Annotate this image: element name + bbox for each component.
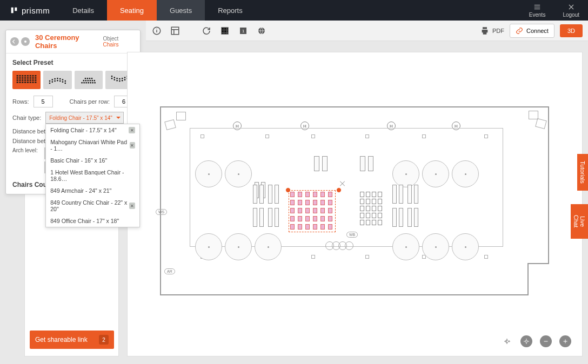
floorplan[interactable]: H H H H	[160, 106, 549, 295]
svg-rect-8	[22, 75, 23, 76]
chairs-link[interactable]: Chairs	[103, 42, 118, 48]
dropdown-option[interactable]: 1 Hotel West Banquet Chair - 18.6…	[46, 166, 139, 185]
dropdown-option[interactable]: Mahogany Chiavari White Pad - 1…✕	[46, 136, 139, 154]
share-label: Get shareable link	[35, 336, 88, 343]
floor-icon[interactable]: 1	[238, 25, 249, 36]
refresh-icon[interactable]	[201, 25, 212, 36]
logout-button[interactable]: Logout	[554, 0, 588, 21]
wb-label: WB	[346, 232, 358, 238]
close-icon	[567, 3, 576, 11]
furniture[interactable]	[275, 208, 279, 227]
selection-handle[interactable]	[285, 187, 291, 193]
inner-room	[190, 128, 503, 247]
furniture[interactable]	[360, 156, 365, 171]
canvas[interactable]: H H H H	[127, 52, 583, 356]
tutorials-tab[interactable]: Tutorials	[577, 154, 588, 191]
tab-reports[interactable]: Reports	[205, 0, 256, 21]
pdf-button[interactable]: PDF	[480, 26, 504, 35]
furniture[interactable]	[407, 208, 412, 227]
furniture[interactable]	[392, 185, 397, 204]
grid-icon[interactable]	[219, 25, 230, 36]
rows-input[interactable]	[34, 96, 53, 107]
round-table[interactable]	[195, 233, 222, 260]
furniture[interactable]	[399, 208, 403, 227]
preset-grid[interactable]	[12, 71, 41, 89]
chair-group[interactable]	[360, 192, 382, 225]
tab-details[interactable]: Details	[59, 0, 107, 21]
furniture[interactable]	[314, 156, 319, 171]
menu-icon	[533, 3, 542, 11]
round-table[interactable]	[392, 233, 419, 260]
furniture[interactable]	[399, 185, 403, 204]
speaker-icon	[176, 112, 186, 120]
dropdown-option[interactable]: 849 Country Chic Chair - 22" x 20"✕	[46, 197, 139, 215]
furniture[interactable]	[253, 208, 257, 227]
ring-group[interactable]	[328, 241, 353, 250]
furniture[interactable]	[392, 208, 397, 227]
tab-seating[interactable]: Seating	[107, 0, 157, 21]
layout-icon[interactable]	[170, 25, 181, 36]
3d-button[interactable]: 3D	[560, 24, 583, 37]
furniture[interactable]	[253, 185, 257, 204]
furniture[interactable]	[259, 185, 264, 204]
furniture[interactable]	[414, 208, 418, 227]
round-table[interactable]	[225, 160, 252, 187]
info-icon[interactable]	[151, 25, 162, 36]
preset-arc-down[interactable]	[43, 71, 71, 89]
round-table[interactable]	[422, 233, 449, 260]
svg-rect-70	[113, 79, 115, 80]
nav-back-button[interactable]	[10, 37, 19, 46]
zoom-in-button[interactable]	[559, 335, 571, 347]
live-chat-tab[interactable]: Live Chat	[571, 204, 588, 239]
connect-button[interactable]: Connect	[510, 24, 554, 38]
globe-icon[interactable]	[256, 25, 267, 36]
svg-rect-74	[124, 79, 125, 80]
svg-rect-46	[52, 81, 53, 82]
share-link-button[interactable]: Get shareable link 2	[30, 331, 114, 349]
center-tool[interactable]	[520, 335, 532, 347]
selection-handle[interactable]	[336, 187, 342, 193]
pan-tool[interactable]	[501, 335, 513, 347]
preset-cluster[interactable]	[75, 71, 103, 89]
svg-rect-17	[24, 77, 26, 78]
round-table[interactable]	[255, 233, 282, 260]
furniture[interactable]	[407, 185, 412, 204]
furniture[interactable]	[414, 185, 418, 204]
round-table[interactable]	[452, 160, 479, 187]
nav-home-button[interactable]	[21, 37, 30, 46]
selected-chair-group[interactable]	[289, 190, 336, 232]
tab-guests[interactable]: Guests	[157, 0, 205, 21]
svg-rect-37	[35, 82, 36, 83]
round-table[interactable]	[392, 160, 419, 187]
svg-rect-34	[27, 82, 29, 83]
furniture[interactable]	[259, 208, 264, 227]
round-table[interactable]	[195, 160, 222, 187]
furniture[interactable]	[368, 156, 373, 171]
canvas-controls	[501, 335, 571, 347]
dropdown-option[interactable]: Basic Chair - 16" x 16"	[46, 154, 139, 166]
round-table[interactable]	[452, 233, 479, 260]
svg-rect-80	[122, 78, 123, 79]
furniture[interactable]	[268, 185, 272, 204]
svg-rect-53	[86, 78, 88, 79]
round-table[interactable]	[225, 233, 252, 260]
round-table[interactable]	[422, 160, 449, 187]
svg-rect-68	[94, 82, 95, 83]
chairs-per-row-label: Chairs per row:	[69, 98, 110, 105]
dropdown-option[interactable]: 849 Armchair - 24" x 21"	[46, 185, 139, 197]
svg-rect-60	[91, 80, 92, 81]
select-preset-label: Select Preset	[12, 59, 133, 66]
dropdown-option[interactable]: Folding Chair - 17.5" x 14"✕	[46, 124, 139, 136]
svg-rect-31	[19, 82, 21, 83]
events-button[interactable]: Events	[520, 0, 554, 21]
dropdown-option[interactable]: 849 Office Chair - 17" x 18"	[46, 215, 139, 227]
rows-label: Rows:	[12, 98, 29, 105]
brand-text: prismm	[22, 6, 50, 15]
furniture[interactable]	[275, 185, 279, 204]
furniture[interactable]	[322, 156, 328, 171]
chair-type-select[interactable]: Folding Chair - 17.5" x 14"	[45, 112, 124, 124]
furniture[interactable]	[268, 208, 272, 227]
svg-rect-65	[88, 82, 89, 83]
zoom-out-button[interactable]	[540, 335, 552, 347]
logo-icon	[10, 6, 18, 15]
